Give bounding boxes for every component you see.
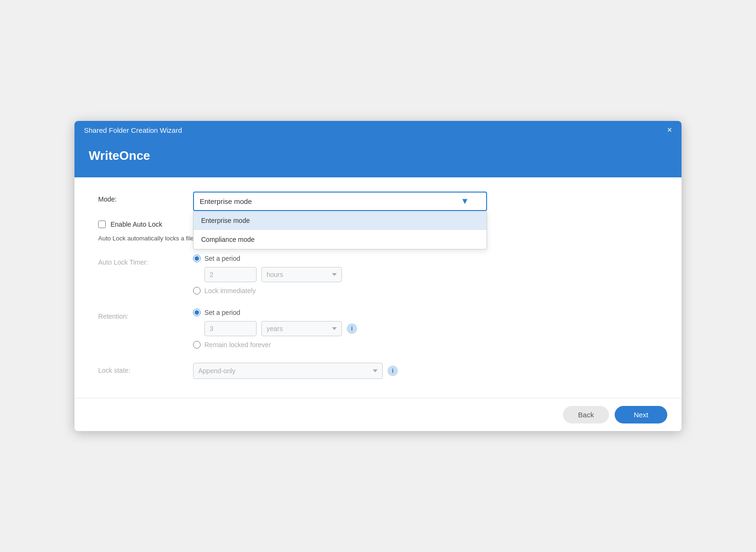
remain-locked-radio[interactable] [193, 341, 201, 349]
mode-select-wrapper: Enterprise mode ▼ Enterprise mode Compli… [193, 192, 487, 211]
retention-info-icon[interactable]: i [347, 323, 357, 334]
lock-immediately-radio[interactable] [193, 287, 201, 294]
lock-immediately-label: Lock immediately [204, 287, 256, 294]
retention-period-row: days months years i [204, 321, 658, 336]
retention-set-period-radio[interactable] [193, 309, 201, 316]
mode-option-compliance[interactable]: Compliance mode [194, 230, 487, 249]
retention-period-unit-select[interactable]: days months years [261, 321, 342, 336]
retention-set-period-label: Set a period [204, 309, 240, 316]
retention-controls: Set a period days months years i Remain … [193, 309, 658, 353]
next-button[interactable]: Next [615, 406, 667, 423]
title-bar: Shared Folder Creation Wizard × [74, 121, 682, 139]
retention-set-period-option: Set a period [193, 309, 658, 316]
footer: Back Next [74, 398, 682, 431]
lock-state-select[interactable]: Append-only Read-only [193, 363, 383, 379]
lock-state-info-icon[interactable]: i [387, 366, 398, 376]
enable-auto-lock-label: Enable Auto Lock [111, 221, 162, 228]
auto-lock-timer-row: Auto Lock Timer: Set a period minutes ho… [98, 255, 658, 299]
retention-period-input[interactable] [204, 321, 257, 336]
auto-lock-period-input[interactable] [204, 267, 257, 282]
content-area: Mode: Enterprise mode ▼ Enterprise mode … [74, 177, 682, 398]
mode-label: Mode: [98, 192, 193, 203]
back-button[interactable]: Back [563, 406, 609, 423]
mode-dropdown-list: Enterprise mode Compliance mode [193, 211, 487, 249]
lock-immediately-option: Lock immediately [193, 287, 658, 294]
remain-locked-option: Remain locked forever [193, 341, 658, 349]
mode-control-area: Enterprise mode ▼ Enterprise mode Compli… [193, 192, 658, 211]
lock-state-controls: Append-only Read-only i [193, 363, 658, 379]
set-period-option: Set a period [193, 255, 658, 262]
set-period-label: Set a period [204, 255, 240, 262]
retention-row: Retention: Set a period days months year… [98, 309, 658, 353]
enable-auto-lock-checkbox[interactable] [98, 221, 106, 228]
mode-selected-value: Enterprise mode [200, 197, 252, 205]
header-section: WriteOnce [74, 139, 682, 177]
mode-option-enterprise[interactable]: Enterprise mode [194, 211, 487, 230]
page-title: WriteOnce [89, 148, 667, 163]
auto-lock-period-unit-select[interactable]: minutes hours days [261, 267, 342, 282]
mode-select-display[interactable]: Enterprise mode ▼ [193, 192, 487, 211]
close-button[interactable]: × [667, 126, 672, 134]
mode-row: Mode: Enterprise mode ▼ Enterprise mode … [98, 192, 658, 211]
lock-state-row: Lock state: Append-only Read-only i [98, 363, 658, 379]
chevron-down-icon: ▼ [461, 196, 469, 206]
auto-lock-timer-label: Auto Lock Timer: [98, 255, 193, 266]
auto-lock-period-row: minutes hours days [204, 267, 658, 282]
remain-locked-label: Remain locked forever [204, 341, 271, 349]
dialog: Shared Folder Creation Wizard × WriteOnc… [74, 121, 682, 431]
title-bar-text: Shared Folder Creation Wizard [84, 126, 182, 134]
set-period-radio[interactable] [193, 255, 201, 262]
auto-lock-timer-controls: Set a period minutes hours days Lock imm… [193, 255, 658, 299]
retention-label: Retention: [98, 309, 193, 320]
lock-state-label: Lock state: [98, 363, 193, 374]
